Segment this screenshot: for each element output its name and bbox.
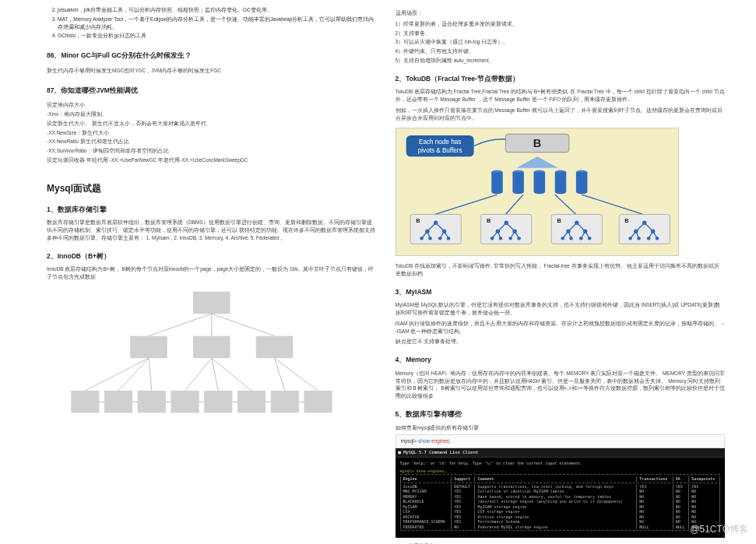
li: GChisto，一款专业分析gc日志的工具 bbox=[58, 32, 377, 40]
svg-text:B: B bbox=[557, 218, 561, 225]
svg-line-22 bbox=[275, 358, 318, 391]
myiasm-p3: 缺点是它不 支持事务处理。 bbox=[396, 338, 726, 346]
watermark: @51CTO博客 bbox=[690, 523, 748, 536]
q87-title: 87、你知道哪些JVM性能调优 bbox=[47, 86, 377, 96]
svg-rect-8 bbox=[204, 391, 232, 413]
myiasm-p1: MyIASM是 MySQL默认的引擎，但是它没有提供对数据库事务的支持，也不支持… bbox=[396, 301, 726, 317]
svg-rect-6 bbox=[138, 391, 166, 413]
term-cmd: mysql> show engines; bbox=[400, 469, 721, 474]
q87-l2: -Xmx：堆内存最大限制。 bbox=[47, 111, 377, 118]
tokudb-after: TokuDB 在线添加索引，不影响读写操作, 非常快的写入性能， Fractal… bbox=[396, 262, 726, 278]
fractal-tree-diagram: Each node has pivots & Buffers B bbox=[396, 128, 679, 256]
svg-rect-10 bbox=[271, 391, 299, 413]
svg-point-42 bbox=[533, 190, 544, 194]
q87-l1: 设定堆内存大小 bbox=[47, 101, 377, 109]
sc2: 2）支持事务。 bbox=[396, 30, 726, 37]
svg-rect-41 bbox=[533, 172, 544, 191]
tokudb-p1: TokuDB 底层存储结构为 Fractal Tree,Fractal Tree… bbox=[396, 88, 726, 104]
svg-line-52 bbox=[582, 195, 643, 214]
sql-command: mysql> show engines; bbox=[396, 434, 726, 448]
s1-title: 1、数据库存储引擎 bbox=[47, 205, 377, 215]
svg-rect-44 bbox=[554, 172, 565, 191]
svg-line-49 bbox=[434, 195, 497, 214]
svg-point-39 bbox=[512, 190, 523, 194]
svg-rect-35 bbox=[491, 172, 502, 191]
svg-line-50 bbox=[505, 195, 523, 214]
bubble-line1: Each node has bbox=[419, 139, 461, 146]
innodb-btree-diagram bbox=[47, 287, 377, 435]
s2-title: 2、InnoDB（B+树） bbox=[47, 251, 377, 261]
svg-point-45 bbox=[554, 190, 565, 194]
svg-rect-7 bbox=[171, 391, 199, 413]
prompt: mysql> bbox=[401, 438, 417, 444]
s1-para: 数据库存储引擎是数据库底层软件组织，数据库管理系统（DBMS）使用数据引擎进行创… bbox=[47, 219, 377, 241]
tool-list: jvisualvm，jdk自带全能工具，可以分析内存快照、线程快照；监控内存变化… bbox=[58, 6, 377, 40]
engines-title: 5、数据库引擎有哪些 bbox=[396, 409, 726, 419]
svg-point-48 bbox=[575, 190, 586, 194]
li: MAT，Memory Analyzer Tool，一个基于Eclipse的内存分… bbox=[58, 16, 377, 31]
myiasm-title: 3、MyIASM bbox=[396, 287, 726, 297]
svg-rect-0 bbox=[193, 291, 230, 314]
scenarios-h: 适用场景： bbox=[396, 9, 726, 17]
svg-line-14 bbox=[212, 314, 275, 336]
tokudb-title: 2、TokuDB（Fractal Tree-节点带数据） bbox=[396, 74, 726, 84]
svg-text:B: B bbox=[416, 218, 420, 225]
svg-rect-38 bbox=[512, 172, 523, 191]
svg-text:B: B bbox=[533, 138, 540, 150]
sc5: 5）支持自动增加列属性 auto_increment。 bbox=[396, 57, 726, 65]
q87-l4: -XX:NewSize：新生代大小 bbox=[47, 129, 377, 137]
cylinder-row bbox=[491, 170, 587, 195]
svg-rect-5 bbox=[104, 391, 132, 413]
sc1: 1）经常更新的表，适合处理多重并发的更新请求。 bbox=[396, 20, 726, 28]
svg-line-21 bbox=[275, 358, 285, 391]
q87-l6: -XX:SurvivorRatio：伊甸园空间和幸存者空间的占比 bbox=[47, 147, 377, 155]
svg-rect-3 bbox=[256, 335, 294, 358]
svg-rect-4 bbox=[71, 391, 99, 413]
svg-rect-47 bbox=[575, 172, 586, 191]
svg-line-15 bbox=[85, 358, 149, 391]
sc3: 3）可以从灾难中恢复（通过 bin-log 日志等）。 bbox=[396, 38, 726, 46]
svg-text:B: B bbox=[624, 218, 628, 225]
engines-p: 如何查看mysql提供的所有存储引擎 bbox=[396, 424, 726, 432]
terminal-titlebar: ■ MySQL 5.7 Command Line Client bbox=[396, 448, 726, 458]
terminal-output: ■ MySQL 5.7 Command Line Client Type 'he… bbox=[396, 448, 726, 538]
svg-text:B: B bbox=[486, 218, 490, 225]
bubble-line2: pivots & Buffers bbox=[417, 147, 462, 154]
memory-p: Memory（也叫 HEAP）堆内存：使用存在内存中的内容来创建表。每个 MEM… bbox=[396, 370, 726, 400]
svg-rect-11 bbox=[304, 391, 332, 413]
svg-line-51 bbox=[554, 195, 575, 214]
q86-answer: 新生代内存不够用时候发生MGC也叫YGC，JVM内存不够的时候发生FGC bbox=[47, 67, 377, 75]
page-right: 适用场景： 1）经常更新的表，适合处理多重并发的更新请求。 2）支持事务。 3）… bbox=[396, 6, 726, 544]
q87-l7: 设定垃圾回收器 年轻代用 -XX:+UseParNewGC 年老代用-XX:+U… bbox=[47, 156, 377, 164]
svg-rect-1 bbox=[130, 335, 167, 358]
table-row: FEDERATEDNOFederated MySQL storage engin… bbox=[400, 525, 720, 530]
engines-table: EngineSupportCommentTransactionsXASavepo… bbox=[400, 476, 721, 529]
q87-l3: 设定新生代大小。 新生代不宜太小，否则会有大量对象涌入老年代 bbox=[47, 120, 377, 128]
li: jvisualvm，jdk自带全能工具，可以分析内存快照、线程快照；监控内存变化… bbox=[58, 6, 377, 14]
q87-l5: -XX:NewRatio 新生代和老生代占比 bbox=[47, 138, 377, 146]
q86-title: 86、Minor GC与Full GC分别在什么时候发生？ bbox=[47, 51, 377, 61]
svg-line-16 bbox=[118, 358, 149, 391]
leaf-group: B B bbox=[410, 215, 670, 244]
page-left: jvisualvm，jdk自带全能工具，可以分析内存快照、线程快照；监控内存变化… bbox=[47, 6, 377, 544]
svg-line-18 bbox=[185, 358, 212, 391]
svg-line-17 bbox=[149, 358, 152, 391]
svg-rect-2 bbox=[193, 335, 230, 358]
svg-point-36 bbox=[491, 190, 502, 194]
svg-marker-33 bbox=[515, 156, 557, 167]
myiasm-p2: ISAM 执行读取操作的速度很快，而且不占用大量的内存和存储资源。在设计之初就预… bbox=[396, 320, 726, 335]
tokudb-p2: 例如，一次插入操作只需要落在某节点的 Message Buffer 就可以马上返… bbox=[396, 107, 726, 122]
sc4: 4）外键约束。只有他支持外键。 bbox=[396, 47, 726, 55]
svg-line-12 bbox=[149, 314, 212, 336]
s2-para: InnoDB 底层存储结构为B+树， B树的每个节点对应innodb的一个pag… bbox=[47, 265, 377, 281]
mysql-section-title: Mysql面试题 bbox=[47, 181, 377, 195]
memory-title: 4、Memory bbox=[396, 355, 726, 365]
svg-rect-9 bbox=[237, 391, 265, 413]
